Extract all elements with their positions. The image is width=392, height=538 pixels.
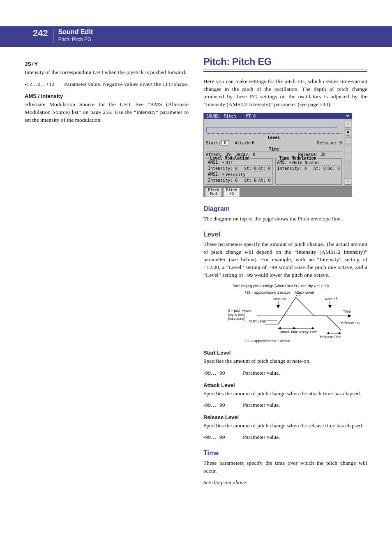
ui-title: SOUND: Pitch bbox=[206, 114, 236, 118]
dropdown-icon bbox=[289, 162, 291, 164]
env-note-on: Note-on bbox=[273, 297, 286, 301]
svg-marker-13 bbox=[327, 332, 329, 334]
param-attack-range: -99…+99 bbox=[203, 401, 243, 409]
header-title: Sound Edit bbox=[58, 29, 93, 35]
text-diagram: The diagram on top of the page shows the… bbox=[203, 215, 367, 223]
param-jsy-range: -12…0…+12 bbox=[25, 81, 64, 88]
heading-level: Level bbox=[203, 231, 367, 238]
ui-lm-title: Level Modulation bbox=[209, 156, 251, 160]
ui-tm-dc[interactable]: Dc: 0 bbox=[327, 166, 340, 171]
header-subtitle: Pitch: Pitch EG bbox=[58, 36, 93, 43]
ui-lm-at[interactable]: At: 0 bbox=[258, 166, 270, 171]
svg-marker-5 bbox=[328, 305, 332, 308]
tab-pitch-eg[interactable]: PitchEG bbox=[223, 188, 240, 197]
dropdown-icon bbox=[222, 162, 224, 164]
param-attack: -99…+99 Parameter value. bbox=[203, 401, 367, 409]
env-note-off: Note-off bbox=[325, 297, 338, 301]
svg-marker-3 bbox=[277, 305, 280, 308]
param-release: -99…+99 Parameter value. bbox=[203, 434, 367, 441]
ui-mt: MT:0 bbox=[246, 114, 256, 118]
page-header: 242 Sound Edit Pitch: Pitch EG bbox=[0, 26, 392, 47]
ui-side-buttons: ↑ ● ↓ bbox=[344, 119, 352, 186]
ui-release-field[interactable]: Release: 0 bbox=[317, 141, 342, 145]
scroll-up-button[interactable]: ↑ bbox=[345, 121, 351, 128]
ui-tm-ams-select[interactable]: Note Number bbox=[289, 160, 320, 165]
page-number: 242 bbox=[33, 29, 48, 38]
heading-ams-intensity: AMS / Intensity bbox=[25, 93, 189, 99]
param-start-range: -99…+99 bbox=[203, 369, 243, 377]
env-release-time: Release Time bbox=[320, 335, 341, 339]
intro-text: Here you can make settings for the pitch… bbox=[203, 78, 367, 109]
heading-diagram: Diagram bbox=[203, 205, 367, 213]
dropdown-icon bbox=[222, 174, 224, 176]
param-jsy: -12…0…+12 Parameter value. Negative valu… bbox=[25, 81, 189, 88]
env-attack-time: Attack Time bbox=[280, 330, 298, 334]
heading-time: Time bbox=[203, 450, 367, 457]
ui-attack-field[interactable]: Attack:0 bbox=[235, 141, 254, 145]
menu-triangle-icon[interactable] bbox=[346, 115, 349, 117]
svg-marker-14 bbox=[339, 332, 341, 334]
section-rule bbox=[203, 69, 367, 72]
svg-marker-8 bbox=[278, 327, 281, 329]
param-release-range: -99…+99 bbox=[203, 434, 243, 441]
heading-release-level: Release Level bbox=[203, 414, 367, 420]
section-title: Pitch: Pitch EG bbox=[203, 56, 367, 67]
env-start-level-label: Start Level bbox=[249, 319, 266, 323]
ui-lm-st[interactable]: St: 0 bbox=[244, 166, 256, 171]
ui-lm2-at[interactable]: At: 0 bbox=[258, 178, 270, 183]
env-release-level-label: Release Level bbox=[341, 321, 360, 325]
heading-jsy: JS+Y bbox=[25, 61, 189, 67]
left-column: JS+Y Intensity of the corresponding LFO … bbox=[25, 56, 189, 491]
env-plus99: +99 = approximately 1 octave bbox=[244, 290, 291, 295]
tab-pitch-mod[interactable]: PitchMod bbox=[205, 188, 222, 197]
side-button[interactable] bbox=[345, 146, 351, 152]
param-start: -99…+99 Parameter value. bbox=[203, 369, 367, 377]
ui-tm-intensity[interactable]: Intensity: 0 bbox=[277, 166, 307, 171]
ui-time-modulation-box: Time Modulation AMS: Note Number Intensi… bbox=[275, 158, 342, 185]
ui-lm2-st[interactable]: St: 0 bbox=[244, 178, 256, 183]
pitch-envelope-diagram: Time-varying pitch settings (when Pitch … bbox=[203, 283, 360, 345]
ui-tm-title: Time Modulation bbox=[278, 156, 318, 160]
ui-tm-at[interactable]: At: 0 bbox=[314, 166, 326, 171]
ui-titlebar: SOUND: Pitch MT:0 bbox=[204, 113, 352, 119]
env-time-axis: Time bbox=[343, 309, 351, 313]
param-start-desc: Parameter value. bbox=[243, 369, 367, 377]
env-zero-a: 0 = pitch when bbox=[228, 308, 251, 313]
side-button[interactable] bbox=[345, 137, 351, 144]
svg-marker-9 bbox=[293, 327, 296, 329]
ui-ams1-select[interactable]: Off bbox=[222, 160, 233, 165]
text-attack-level: Specifies the amount of pitch change whe… bbox=[203, 390, 367, 398]
ui-lm2-intensity[interactable]: Intensity: 0 bbox=[208, 178, 238, 183]
ui-lm-intensity[interactable]: Intensity: 0 bbox=[208, 166, 238, 171]
ui-level-label: Level bbox=[206, 135, 342, 140]
env-decay-time: Decay Time bbox=[299, 330, 317, 334]
sound-pitch-ui: SOUND: Pitch MT:0 Level bbox=[203, 113, 352, 197]
side-button[interactable] bbox=[345, 154, 351, 160]
text-ams-intensity: Alternate Modulation Source for the LFO.… bbox=[25, 101, 189, 124]
text-jsy: Intensity of the corresponding LFO when … bbox=[25, 69, 189, 77]
ui-time-label: Time bbox=[206, 147, 342, 151]
ui-tabs: PitchMod PitchEG bbox=[204, 186, 352, 197]
svg-marker-1 bbox=[348, 314, 351, 318]
text-time: These parameters specify the time over w… bbox=[203, 459, 367, 475]
env-attack-level-label: Attack Level bbox=[295, 290, 314, 295]
header-divider bbox=[53, 29, 53, 44]
ui-level-modulation-box: Level Modulation AMS1: Off Intensity: 0 … bbox=[206, 158, 273, 185]
param-release-desc: Parameter value. bbox=[243, 434, 367, 441]
text-release-level: Specifies the amount of pitch change whe… bbox=[203, 422, 367, 430]
text-see-diagram: See diagram above. bbox=[203, 479, 367, 487]
ui-ams2-select[interactable]: Velocity bbox=[222, 172, 245, 177]
env-caption: Time-varying pitch settings (when Pitch … bbox=[232, 284, 329, 288]
text-start-level: Specifies the amount of pitch change at … bbox=[203, 357, 367, 365]
record-button[interactable]: ● bbox=[345, 129, 351, 136]
ui-ams2-label: AMS2: bbox=[208, 172, 220, 176]
param-jsy-desc: Parameter value. Negative values invert … bbox=[64, 81, 189, 88]
env-zero-c: (sustained) bbox=[228, 317, 245, 321]
ui-tm-ams-label: AMS: bbox=[277, 160, 287, 165]
scroll-down-button[interactable]: ↓ bbox=[345, 178, 351, 185]
ui-start-field[interactable]: Start:0 bbox=[206, 140, 229, 146]
text-level: These parameters specify the amount of p… bbox=[203, 241, 367, 279]
ui-ams1-label: AMS1: bbox=[208, 160, 220, 165]
env-zero-b: key is held bbox=[228, 313, 244, 317]
heading-start-level: Start Level bbox=[203, 350, 367, 356]
